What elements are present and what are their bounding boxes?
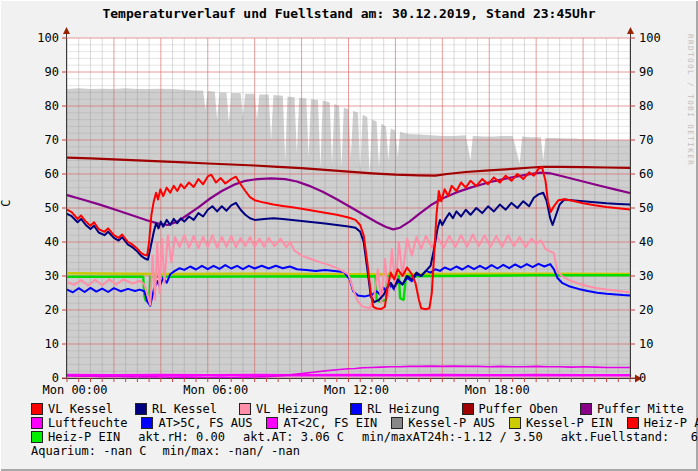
legend-label: Kessel-P AUS <box>408 416 495 430</box>
legend-label: AT>5C, FS AUS <box>158 416 252 430</box>
legend-item: Luftfeuchte <box>31 416 127 430</box>
legend-item: Puffer Oben <box>462 402 558 416</box>
rrdtool-graph: Temperaturverlauf und Fuellstand am: 30.… <box>0 0 698 471</box>
legend-swatch-icon <box>391 417 403 429</box>
y-axis-right-arrow-icon <box>627 27 634 34</box>
legend-swatch-icon <box>509 417 521 429</box>
legend-item: AT<2C, FS EIN <box>266 416 377 430</box>
legend-row-4: Aquarium: -nan Cmin/max: -nan/ -nan <box>31 444 691 458</box>
legend-label: RL Kessel <box>152 402 217 416</box>
legend-swatch-icon <box>580 403 592 415</box>
y-tick-label-left: 20 <box>45 303 59 317</box>
x-tick-label: Mon 12:00 <box>324 383 389 397</box>
y-tick-label-right: 10 <box>639 337 653 351</box>
legend-label: Luftfeuchte <box>48 416 127 430</box>
y-tick-label-right: 20 <box>639 303 653 317</box>
legend-stat-text: akt.Fuellstand: 69 <box>561 430 698 444</box>
legend-stat-text: Aquarium: -nan C <box>31 444 147 458</box>
legend-item: Heiz-P AUS <box>627 416 698 430</box>
y-tick-label-right: 50 <box>639 201 653 215</box>
legend-stat-text: akt.AT: 3.06 C <box>243 430 344 444</box>
y-tick-label-right: 40 <box>639 235 653 249</box>
y-tick-label-left: 70 <box>45 133 59 147</box>
legend-swatch-icon <box>135 403 147 415</box>
y-tick-label-right: 90 <box>639 65 653 79</box>
legend-row-3: Heiz-P EINakt.rH: 0.00akt.AT: 3.06 Cmin/… <box>31 430 691 444</box>
legend-row-2: LuftfeuchteAT>5C, FS AUSAT<2C, FS EINKes… <box>31 416 691 430</box>
legend-item: Kessel-P AUS <box>391 416 495 430</box>
y-tick-label-right: 0 <box>639 371 646 385</box>
chart-legend: VL KesselRL KesselVL HeizungRL HeizungPu… <box>31 402 691 458</box>
y-tick-label-left: 90 <box>45 65 59 79</box>
legend-label: AT<2C, FS EIN <box>283 416 377 430</box>
legend-swatch-icon <box>31 431 43 443</box>
y-tick-label-left: 30 <box>45 269 59 283</box>
rrdtool-watermark: RRDTOOL / TOBI OETIKER <box>686 34 695 166</box>
legend-swatch-icon <box>627 417 639 429</box>
x-tick-label: Mon 18:00 <box>465 383 530 397</box>
legend-stat-text: min/maxAT24h:-1.12 / 3.50 <box>362 430 543 444</box>
y-tick-label-right: 80 <box>639 99 653 113</box>
x-tick-label: Mon 06:00 <box>183 383 248 397</box>
y-tick-label-left: 60 <box>45 167 59 181</box>
legend-item: VL Heizung <box>239 402 328 416</box>
y-tick-label-left: 100 <box>37 31 59 45</box>
y-tick-label-left: 40 <box>45 235 59 249</box>
legend-item: Kessel-P EIN <box>509 416 613 430</box>
legend-swatch-icon <box>31 403 43 415</box>
legend-item: RL Kessel <box>135 402 217 416</box>
legend-row-1: VL KesselRL KesselVL HeizungRL HeizungPu… <box>31 402 691 416</box>
legend-label: Heiz-P AUS <box>644 416 698 430</box>
legend-stat-text: min/max: -nan/ -nan <box>163 444 300 458</box>
y-tick-label-right: 70 <box>639 133 653 147</box>
y-tick-label-right: 60 <box>639 167 653 181</box>
legend-swatch-icon <box>266 417 278 429</box>
legend-stat-text: akt.rH: 0.00 <box>138 430 225 444</box>
legend-label: Puffer Oben <box>479 402 558 416</box>
y-tick-label-left: 50 <box>45 201 59 215</box>
legend-swatch-icon <box>350 403 362 415</box>
y-tick-label-right: 100 <box>639 31 661 45</box>
legend-swatch-icon <box>239 403 251 415</box>
legend-item: RL Heizung <box>350 402 439 416</box>
y-axis-left-arrow-icon <box>63 27 70 34</box>
legend-item: AT>5C, FS AUS <box>141 416 252 430</box>
y-tick-label-left: 80 <box>45 99 59 113</box>
y-tick-label-left: 10 <box>45 337 59 351</box>
legend-label: Heiz-P EIN <box>48 430 120 444</box>
legend-label: VL Kessel <box>48 402 113 416</box>
legend-label: VL Heizung <box>256 402 328 416</box>
legend-label: RL Heizung <box>367 402 439 416</box>
legend-swatch-icon <box>31 417 43 429</box>
legend-swatch-icon <box>141 417 153 429</box>
y-tick-label-right: 30 <box>639 269 653 283</box>
legend-item: VL Kessel <box>31 402 113 416</box>
legend-item: Puffer Mitte <box>580 402 684 416</box>
legend-label: Kessel-P EIN <box>526 416 613 430</box>
legend-label: Puffer Mitte <box>597 402 684 416</box>
x-tick-label: Mon 00:00 <box>42 383 107 397</box>
chart-plot-area: 0010102020303040405050606070708080909010… <box>0 0 698 400</box>
legend-item: Heiz-P EIN <box>31 430 120 444</box>
legend-swatch-icon <box>462 403 474 415</box>
